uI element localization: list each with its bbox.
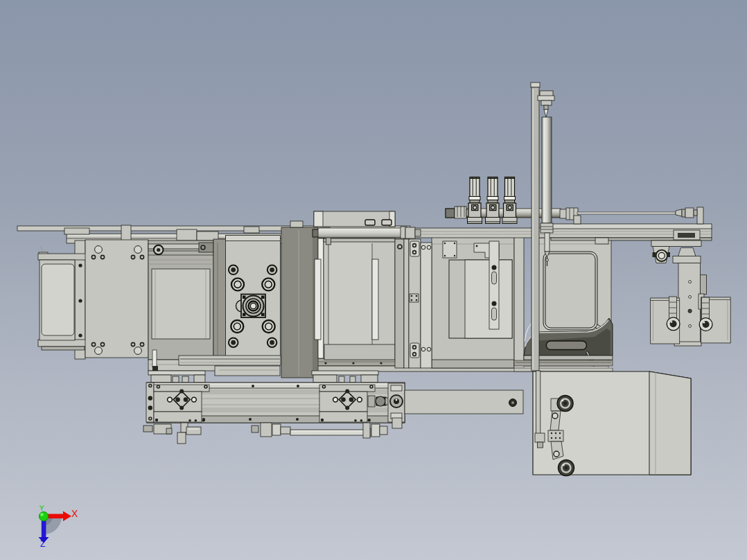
svg-text:X: X [71, 508, 78, 519]
svg-text:Y: Y [39, 504, 45, 512]
svg-text:Z: Z [40, 539, 45, 549]
